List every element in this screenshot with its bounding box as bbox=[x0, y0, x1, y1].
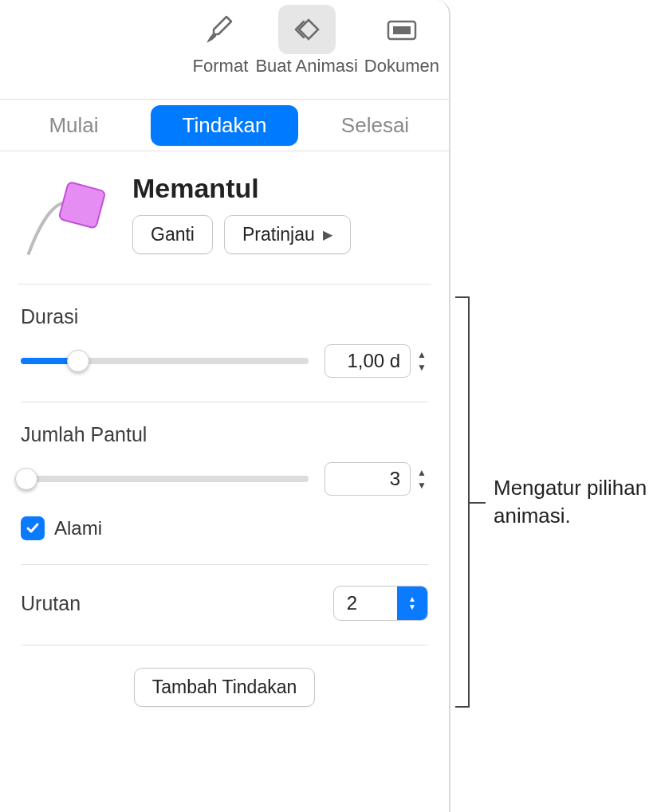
animate-label: Buat Animasi bbox=[255, 56, 357, 76]
bounce-effect-icon bbox=[21, 166, 116, 261]
tab-finish[interactable]: Selesai bbox=[301, 102, 449, 149]
bounces-input[interactable] bbox=[325, 462, 411, 496]
preview-button[interactable]: Pratinjau ▶ bbox=[224, 215, 351, 254]
order-label: Urutan bbox=[21, 592, 81, 615]
stepper-up-icon[interactable]: ▲ bbox=[415, 348, 428, 361]
callout-bracket bbox=[450, 296, 470, 708]
animation-tabs: Mulai Tindakan Selesai bbox=[0, 99, 449, 151]
bounces-stepper[interactable]: ▲ ▼ bbox=[325, 462, 428, 496]
bounces-slider[interactable] bbox=[21, 476, 309, 482]
bounces-section: Jumlah Pantul ▲ ▼ Alami bbox=[21, 402, 428, 565]
stepper-down-icon[interactable]: ▼ bbox=[415, 361, 428, 374]
duration-input[interactable] bbox=[325, 344, 411, 378]
document-tool[interactable]: Dokumen bbox=[361, 5, 443, 76]
add-action-button[interactable]: Tambah Tindakan bbox=[134, 668, 316, 707]
stepper-down-icon[interactable]: ▼ bbox=[415, 479, 428, 492]
change-button[interactable]: Ganti bbox=[132, 215, 213, 254]
document-icon bbox=[373, 5, 431, 54]
natural-label: Alami bbox=[54, 517, 102, 539]
format-tool[interactable]: Format bbox=[188, 5, 252, 76]
order-section: Urutan 2 ▲▼ bbox=[21, 565, 428, 645]
format-label: Format bbox=[193, 56, 249, 76]
bounces-label: Jumlah Pantul bbox=[21, 423, 428, 446]
order-value: 2 bbox=[334, 592, 397, 614]
play-icon: ▶ bbox=[323, 227, 332, 242]
stepper-up-icon[interactable]: ▲ bbox=[415, 466, 428, 479]
order-select[interactable]: 2 ▲▼ bbox=[333, 586, 428, 621]
duration-label: Durasi bbox=[21, 305, 428, 328]
content-area: Memantul Ganti Pratinjau ▶ Durasi bbox=[0, 151, 449, 707]
top-toolbar: Format Buat Animasi Dokumen bbox=[0, 0, 449, 99]
duration-stepper[interactable]: ▲ ▼ bbox=[325, 344, 428, 378]
svg-rect-2 bbox=[59, 182, 106, 229]
effect-header: Memantul Ganti Pratinjau ▶ bbox=[21, 166, 428, 261]
footer: Tambah Tindakan bbox=[21, 645, 428, 707]
select-arrows-icon: ▲▼ bbox=[397, 586, 427, 620]
document-label: Dokumen bbox=[364, 56, 439, 76]
inspector-panel: Format Buat Animasi Dokumen Mulai Tin bbox=[0, 0, 450, 812]
tab-action[interactable]: Tindakan bbox=[151, 105, 298, 146]
natural-checkbox[interactable] bbox=[21, 516, 45, 540]
effect-name: Memantul bbox=[132, 173, 428, 204]
svg-rect-1 bbox=[393, 26, 411, 34]
duration-section: Durasi ▲ ▼ bbox=[21, 284, 428, 402]
duration-slider[interactable] bbox=[21, 358, 309, 364]
tab-start[interactable]: Mulai bbox=[0, 102, 148, 149]
callout: Mengatur pilihan animasi. bbox=[450, 296, 653, 708]
callout-text: Mengatur pilihan animasi. bbox=[494, 474, 653, 530]
animate-tool[interactable]: Buat Animasi bbox=[252, 5, 360, 76]
diamond-icon bbox=[278, 5, 336, 54]
brush-icon bbox=[191, 5, 249, 54]
